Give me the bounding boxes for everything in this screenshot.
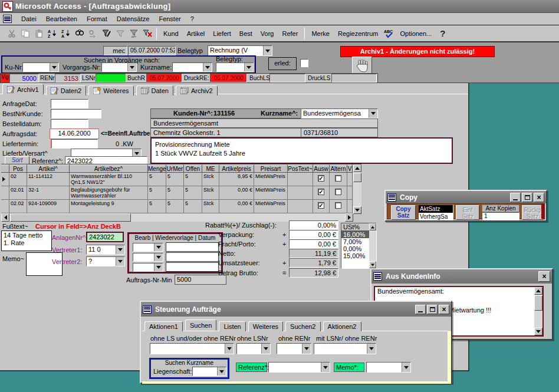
col-pos[interactable]: Pos — [9, 164, 27, 173]
menu-datei[interactable]: Datei — [17, 14, 41, 24]
liegenschaft-combo[interactable] — [192, 367, 226, 376]
col-v[interactable]: V — [347, 164, 353, 173]
auftragsdat-field[interactable]: 14.06.2000 — [50, 129, 99, 139]
altern-checkbox[interactable] — [335, 175, 341, 182]
cell-urmer[interactable]: 5 — [166, 186, 184, 200]
steuerung-tab-aktionen1[interactable]: Aktionen1 — [144, 321, 183, 331]
row-selector[interactable] — [1, 173, 9, 186]
ust-option[interactable]: 7,00% — [341, 238, 369, 245]
cell-altern[interactable] — [330, 186, 347, 200]
bearb-combo-2[interactable] — [133, 253, 163, 262]
ausw-checkbox[interactable] — [318, 202, 324, 209]
tab-daten[interactable]: Daten — [136, 85, 173, 95]
paste-icon[interactable] — [32, 28, 45, 39]
optionen-button[interactable]: Optionen... — [396, 28, 435, 39]
merke-button[interactable]: Merke — [308, 28, 333, 39]
dropdown-arrow-icon[interactable] — [261, 344, 270, 354]
anlagennr-field[interactable]: 2423022 — [86, 232, 124, 242]
nav-refer-button[interactable]: Refer — [279, 28, 302, 39]
menu-hilfe[interactable]: ? — [186, 14, 199, 24]
cell-artikelbez[interactable]: Beglaubigungsgebühr für Warmwasserzähler — [70, 186, 148, 200]
scroll-thumb[interactable] — [353, 173, 361, 182]
nav-vorg-button[interactable]: Vorg — [257, 28, 278, 39]
cell-preis[interactable]: 0,00 € — [219, 200, 254, 213]
copy-icon[interactable] — [19, 28, 31, 39]
belegtyp-combo[interactable]: Rechnung (V — [208, 45, 272, 56]
mit-lsnr-combo[interactable] — [314, 343, 376, 354]
cell-postext[interactable] — [288, 200, 313, 213]
row-selector[interactable] — [1, 186, 9, 200]
dropdown-arrow-icon[interactable] — [263, 46, 272, 55]
ust-option-selected[interactable]: 16,00% — [341, 231, 369, 238]
cell-ausw[interactable] — [313, 173, 330, 186]
col-artikelbez[interactable]: Artikelbez^ — [70, 164, 148, 173]
nav-artikel-button[interactable]: Artikel — [183, 28, 209, 39]
steuerung-tab-suchen[interactable]: Suchen — [185, 319, 216, 331]
nav-best-button[interactable]: Best — [236, 28, 256, 39]
scroll-up-button[interactable] — [369, 223, 376, 230]
cell-artikel[interactable]: 924-109009 — [27, 200, 70, 213]
scroll-thumb[interactable] — [10, 213, 131, 222]
cell-artikelbez[interactable]: Montageleistung 9 — [70, 200, 148, 213]
memo-suche-combo[interactable] — [366, 362, 411, 373]
ohne-lsnr-combo[interactable] — [236, 343, 271, 354]
bestnrkunde-field[interactable] — [51, 109, 101, 118]
bearb-combo-1[interactable] — [133, 243, 163, 252]
nav-liefert-button[interactable]: Liefert — [209, 28, 235, 39]
scroll-left-button[interactable] — [1, 213, 9, 222]
ust-listbox[interactable]: USt% 16,00% 7,00% 0,00% 15,00% — [341, 223, 377, 269]
dropdown-arrow-icon[interactable] — [402, 363, 410, 372]
rueckg-satz-button[interactable]: Rückg Satz — [522, 205, 543, 220]
kurzname-combo-main[interactable]: Bundesvermögensa — [301, 108, 378, 118]
copy-listbox[interactable]: AktSatz VorhergSa — [418, 205, 453, 220]
col-preisart[interactable]: Preisart — [254, 164, 288, 173]
col-urmer[interactable]: UrMer — [166, 164, 184, 173]
ust-option[interactable]: 0,00% — [341, 245, 369, 252]
cell-ausw[interactable] — [313, 186, 330, 200]
filter-icon[interactable] — [114, 28, 126, 39]
list-item-aktsatz[interactable]: AktSatz — [419, 205, 453, 213]
scroll-down-button[interactable] — [534, 328, 542, 335]
tab-archiv2[interactable]: Archiv2 — [176, 85, 218, 95]
dropdown-arrow-icon[interactable] — [127, 63, 136, 71]
beschreibung-textarea[interactable]: Provisionsrechnung Miete 1 Stück VWVZ La… — [150, 137, 453, 164]
cell-artikel[interactable]: 11-114112 — [27, 173, 70, 186]
cell-menge[interactable]: 5 — [148, 186, 166, 200]
find-next-icon[interactable] — [87, 28, 99, 39]
minimize-button[interactable] — [510, 193, 521, 202]
referenz-suche-combo[interactable] — [268, 362, 330, 373]
scroll-thumb[interactable] — [534, 295, 542, 311]
dropdown-arrow-icon[interactable] — [116, 245, 124, 254]
scroll-up-button[interactable] — [353, 164, 361, 172]
steuerung-tab-listen[interactable]: Listen — [219, 321, 245, 331]
copy-satz-button[interactable]: Copy Satz — [391, 205, 416, 220]
bearb-datum-1[interactable] — [166, 242, 219, 252]
einf-satz-button[interactable]: Einf Satz — [456, 205, 479, 220]
minimize-button[interactable] — [415, 305, 426, 314]
help-icon[interactable]: ? — [436, 28, 449, 39]
dropdown-arrow-icon[interactable] — [154, 263, 163, 271]
cell-preisart[interactable]: MietWaPreis — [254, 173, 288, 186]
cell-pos[interactable]: 02 — [9, 173, 27, 186]
cell-preis[interactable]: 8,95 € — [219, 173, 254, 186]
dropdown-arrow-icon[interactable] — [369, 109, 377, 118]
dropdown-arrow-icon[interactable] — [203, 63, 212, 71]
tab-daten2[interactable]: Daten2 — [46, 85, 86, 95]
menu-fenster[interactable]: Fenster — [154, 14, 185, 24]
col-offen[interactable]: Offen — [184, 164, 202, 173]
cell-artikelbez[interactable]: Warmwasserzähler Bl.110 Qn1,5 NW1/2" — [70, 173, 148, 186]
table-vscrollbar[interactable] — [353, 164, 361, 214]
cell-altern[interactable] — [330, 200, 347, 213]
col-altern[interactable]: Altern — [330, 164, 347, 173]
cell-ausw[interactable] — [313, 200, 330, 213]
remove-filter-icon[interactable] — [141, 28, 153, 39]
cell-postext[interactable] — [288, 186, 313, 200]
ohne-renr-combo[interactable] — [277, 343, 311, 354]
liefertermin-field[interactable] — [51, 139, 98, 149]
close-icon[interactable]: × — [538, 271, 550, 282]
cell-pos[interactable]: 02.02 — [9, 200, 27, 213]
cell-postext[interactable] — [288, 173, 313, 186]
cell-preis[interactable]: 0,00 € — [219, 186, 254, 200]
col-ausw[interactable]: Ausw — [313, 164, 330, 173]
spelling-icon[interactable]: ABC — [383, 28, 395, 39]
